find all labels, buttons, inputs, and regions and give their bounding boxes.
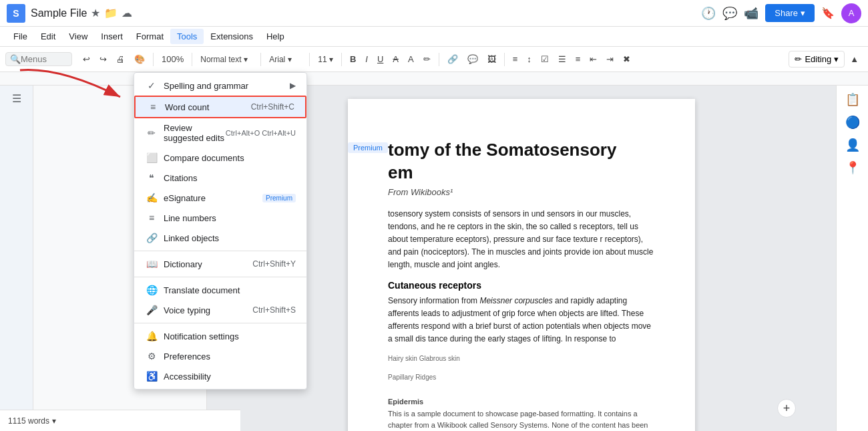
dropdown-citations[interactable]: ❝ Citations bbox=[134, 168, 306, 188]
citations-icon: ❝ bbox=[145, 172, 158, 183]
sidebar-clipboard-icon[interactable]: 📋 bbox=[845, 92, 860, 107]
meet-icon[interactable]: 📹 bbox=[744, 6, 758, 21]
dropdown-dictionary[interactable]: 📖 Dictionary Ctrl+Shift+Y bbox=[134, 254, 306, 274]
avatar[interactable]: A bbox=[841, 3, 861, 23]
dropdown-compare[interactable]: ⬜ Compare documents bbox=[134, 148, 306, 168]
dictionary-label: Dictionary bbox=[164, 259, 252, 269]
esignature-icon: ✍ bbox=[145, 192, 158, 203]
menu-file[interactable]: File bbox=[7, 29, 34, 44]
zoom-in-button[interactable]: + bbox=[777, 399, 796, 418]
voicetyping-icon: 🎤 bbox=[145, 305, 158, 315]
word-count-label: 1115 words bbox=[8, 416, 49, 426]
linenumbers-icon: ≡ bbox=[145, 212, 158, 223]
dropdown-linenumbers[interactable]: ≡ Line numbers bbox=[134, 208, 306, 228]
line-spacing-button[interactable]: ↕ bbox=[523, 51, 535, 67]
dropdown-sep-1 bbox=[134, 251, 306, 251]
cloud-icon[interactable]: ☁ bbox=[122, 7, 132, 19]
bookmark-icon[interactable]: 🔖 bbox=[821, 7, 835, 19]
checklist-button[interactable]: ☑ bbox=[537, 51, 553, 67]
increase-indent-button[interactable]: ⇥ bbox=[602, 51, 618, 67]
menu-tools[interactable]: Tools bbox=[170, 29, 204, 44]
dropdown-spelling[interactable]: ✓ Spelling and grammar ▶ bbox=[134, 76, 306, 96]
doc-title-row: Sample File ★ 📁 ☁ bbox=[31, 7, 701, 19]
dropdown-linkedobjects[interactable]: 🔗 Linked objects bbox=[134, 228, 306, 248]
zoom-controls: + bbox=[777, 399, 796, 418]
spelling-arrow: ▶ bbox=[290, 81, 296, 90]
zoom-button[interactable]: 100% bbox=[158, 51, 188, 67]
font-size-button[interactable]: 11 ▾ bbox=[314, 52, 337, 67]
wordcount-expand-button[interactable]: ▾ bbox=[52, 416, 56, 426]
translate-label: Translate document bbox=[164, 285, 296, 295]
caption-1: Hairy skin Glabrous skin bbox=[388, 353, 655, 364]
side-text: Epidermis This is a sample document to s… bbox=[388, 396, 655, 431]
text-color-button[interactable]: A bbox=[404, 51, 418, 67]
titlebar-right: 🕐 💬 📹 Share ▾ 🔖 A bbox=[701, 3, 861, 23]
sidebar-circle-icon[interactable]: 🔵 bbox=[845, 115, 860, 130]
pencil-icon: ✏ bbox=[795, 54, 802, 64]
menubar: File Edit View Insert Format Tools Exten… bbox=[0, 27, 868, 47]
bold-button[interactable]: B bbox=[346, 51, 360, 67]
paragraph-2: Sensory information from Meissner corpus… bbox=[388, 295, 655, 346]
star-icon[interactable]: ★ bbox=[91, 7, 100, 19]
dropdown-notifications[interactable]: 🔔 Notification settings bbox=[134, 326, 306, 346]
dropdown-review[interactable]: ✏ Review suggested edits Ctrl+Alt+O Ctrl… bbox=[134, 118, 306, 148]
dropdown-translate[interactable]: 🌐 Translate document bbox=[134, 280, 306, 300]
underline-button[interactable]: U bbox=[373, 51, 387, 67]
comment-button[interactable]: 💬 bbox=[463, 51, 482, 67]
decrease-indent-button[interactable]: ⇤ bbox=[586, 51, 601, 67]
menu-format[interactable]: Format bbox=[130, 29, 170, 44]
toolbar-collapse-up[interactable]: ▲ bbox=[846, 51, 863, 67]
list-button[interactable]: ☰ bbox=[554, 51, 570, 67]
numbered-list-button[interactable]: ≡ bbox=[572, 51, 585, 67]
doc-title: Sample File bbox=[31, 7, 87, 19]
editing-label: Editing bbox=[805, 54, 831, 64]
sidebar-right: 📋 🔵 👤 📍 bbox=[836, 86, 868, 431]
share-button[interactable]: Share ▾ bbox=[765, 4, 815, 22]
dropdown-wordcount[interactable]: ≡ Word count Ctrl+Shift+C bbox=[134, 96, 306, 118]
menu-view[interactable]: View bbox=[62, 29, 94, 44]
sidebar-user-icon[interactable]: 👤 bbox=[845, 138, 860, 152]
undo-button[interactable]: ↩ bbox=[79, 51, 94, 67]
outline-icon[interactable]: ☰ bbox=[12, 92, 21, 105]
editing-chevron: ▾ bbox=[834, 54, 839, 64]
dropdown-esignature[interactable]: ✍ eSignature Premium bbox=[134, 188, 306, 208]
history-icon[interactable]: 🕐 bbox=[701, 6, 716, 21]
italic-button[interactable]: I bbox=[361, 51, 372, 67]
ruler bbox=[0, 72, 868, 86]
dropdown-accessibility[interactable]: ♿ Accessibility bbox=[134, 366, 306, 386]
link-button[interactable]: 🔗 bbox=[443, 51, 462, 67]
menu-insert[interactable]: Insert bbox=[94, 29, 130, 44]
chat-icon[interactable]: 💬 bbox=[722, 6, 737, 21]
dropdown-sep-2 bbox=[134, 277, 306, 277]
paragraph-1: tosensory system consists of sensors in … bbox=[388, 208, 655, 272]
redo-button[interactable]: ↪ bbox=[95, 51, 111, 67]
folder-icon[interactable]: 📁 bbox=[104, 7, 118, 19]
highlight-button[interactable]: ✏ bbox=[419, 51, 435, 67]
align-button[interactable]: ≡ bbox=[509, 51, 522, 67]
paint-button[interactable]: 🎨 bbox=[130, 51, 149, 67]
clear-format-button[interactable]: ✖ bbox=[619, 51, 634, 67]
menu-extensions[interactable]: Extensions bbox=[204, 29, 260, 44]
wordcount-bar: 1115 words ▾ bbox=[0, 410, 240, 431]
dropdown-preferences[interactable]: ⚙ Preferences bbox=[134, 346, 306, 366]
dropdown-voicetyping[interactable]: 🎤 Voice typing Ctrl+Shift+S bbox=[134, 300, 306, 320]
image-button[interactable]: 🖼 bbox=[483, 51, 500, 67]
menu-help[interactable]: Help bbox=[260, 29, 291, 44]
esignature-premium: Premium bbox=[262, 194, 296, 202]
accessibility-icon: ♿ bbox=[145, 371, 158, 382]
editing-mode-button[interactable]: ✏ Editing ▾ bbox=[789, 51, 845, 67]
doc-subtitle: From Wikibooks¹ bbox=[388, 187, 655, 197]
text-style-button[interactable]: Normal text ▾ bbox=[196, 52, 256, 67]
search-menus[interactable]: 🔍 bbox=[5, 52, 72, 66]
left-panel: ☰ bbox=[0, 86, 33, 431]
menu-edit[interactable]: Edit bbox=[34, 29, 62, 44]
accessibility-label: Accessibility bbox=[164, 372, 296, 382]
print-button[interactable]: 🖨 bbox=[112, 51, 129, 67]
toolbar-sep-2 bbox=[192, 53, 192, 66]
font-family-button[interactable]: Arial ▾ bbox=[265, 52, 305, 67]
review-label: Review suggested edits bbox=[164, 123, 226, 143]
citations-label: Citations bbox=[164, 173, 296, 183]
sidebar-map-icon[interactable]: 📍 bbox=[845, 160, 860, 175]
search-input[interactable] bbox=[21, 54, 67, 64]
strikethrough-button[interactable]: A bbox=[389, 51, 403, 67]
